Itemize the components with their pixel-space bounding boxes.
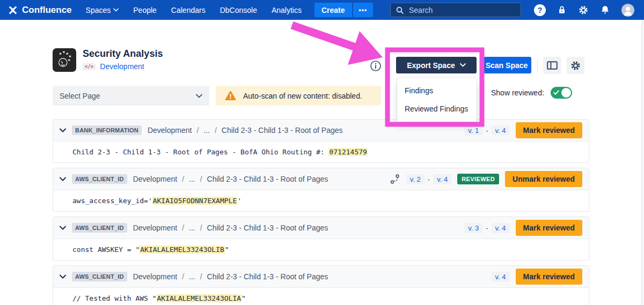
search-input[interactable] [408,5,515,15]
finding-card: AWS_CLIENT_ID Development / ... / Child … [53,265,589,305]
code-pre: Child 2-3 - Child 1-3 - Root of Pages - … [72,148,328,156]
breadcrumb-page[interactable]: Child 2-3 - Child 1-3 - Root of Pages [222,126,343,135]
chevron-down-icon[interactable] [60,177,66,181]
space-breadcrumb: </> Development [83,62,144,71]
show-reviewed-label: Show reviewed: [491,88,544,97]
export-menu-item[interactable]: Findings [397,81,477,100]
check-icon [553,90,559,95]
code-highlight: AKIAIO5FODNN7EXAMPLE [152,197,238,205]
version-links: v. 3-v. 4 [464,223,509,233]
confluence-brand[interactable]: Confluence [8,5,72,16]
review-action-button[interactable]: Mark reviewed [516,122,583,138]
code-post: " [241,294,246,302]
nav-icon-group: ? [534,4,634,17]
select-page-dropdown[interactable]: Select Page [53,86,209,106]
version-link[interactable]: v. 4 [492,125,510,136]
breadcrumb-ellipsis[interactable]: ... [203,126,210,135]
svg-text:*: * [59,52,62,57]
user-avatar[interactable] [621,4,634,17]
autoscan-warning-banner: Auto-scan of new content: disabled. [216,86,381,106]
finding-card: AWS_CLIENT_ID Development / ... / Child … [53,217,589,261]
finding-header: AWS_CLIENT_ID Development / ... / Child … [53,266,589,288]
chevron-down-icon[interactable] [60,128,66,132]
export-space-label: Export Space [407,61,455,70]
finding-snippet: Child 2-3 - Child 1-3 - Root of Pages - … [53,142,589,162]
version-link[interactable]: v. 4 [433,174,451,184]
nav-item-dbconsole[interactable]: DbConsole [220,6,257,14]
version-separator: - [486,127,488,135]
breadcrumb-separator: / [215,126,217,135]
version-separator: - [486,224,488,232]
warning-text: Auto-scan of new content: disabled. [243,92,362,100]
finding-header: AWS_CLIENT_ID Development / ... / Child … [53,168,589,190]
search-box[interactable] [390,3,521,17]
nav-item-people[interactable]: People [133,6,157,14]
breadcrumb-separator: / [182,224,184,232]
version-link[interactable]: v. 2 [406,174,425,184]
breadcrumb-space[interactable]: Development [133,224,178,232]
breadcrumb-space[interactable]: Development [148,126,192,135]
finding-card: AWS_CLIENT_ID Development / ... / Child … [53,168,589,212]
chevron-down-icon [460,63,466,67]
breadcrumb-space[interactable]: Development [133,175,178,183]
layout-panel-button[interactable] [543,57,561,74]
space-avatar[interactable]: ***** [53,48,76,72]
breadcrumb-page[interactable]: Child 2-3 - Child 1-3 - Root of Pages [207,224,328,232]
confluence-logo-icon [8,5,18,15]
breadcrumb-page[interactable]: Child 2-3 - Child 1-3 - Root of Pages [207,272,328,281]
nav-item-spaces[interactable]: Spaces [86,6,119,14]
review-action-button[interactable]: Unmark reviewed [505,171,582,187]
version-separator: - [428,175,430,183]
version-link[interactable]: v. 4 [492,272,510,282]
help-icon[interactable]: ? [534,4,546,16]
finding-snippet: const AWSKEY = "AKIALALEMEL33243OLIB" [53,239,589,260]
breadcrumb-space[interactable]: Development [133,272,178,281]
branch-history-icon[interactable] [390,174,400,184]
lock-icon[interactable] [557,5,567,15]
gear-icon [570,60,581,71]
review-action-button[interactable]: Mark reviewed [516,220,583,236]
export-space-button[interactable]: Export Space [396,57,477,73]
svg-text:*: * [62,50,65,56]
export-menu-item[interactable]: Reviewed Findings [397,100,477,118]
chevron-down-icon[interactable] [60,226,66,230]
nav-item-analytics[interactable]: Analytics [272,6,302,14]
breadcrumb-separator: / [200,175,202,183]
breadcrumb-ellipsis[interactable]: ... [189,224,195,232]
breadcrumb: Development / ... / Child 2-3 - Child 1-… [133,272,328,281]
gear-icon[interactable] [578,5,589,16]
review-action-button[interactable]: Mark reviewed [516,269,583,285]
breadcrumb: Development / ... / Child 2-3 - Child 1-… [133,224,328,232]
version-link[interactable]: v. 1 [464,125,482,136]
breadcrumb-ellipsis[interactable]: ... [189,175,195,183]
code-pre: const AWSKEY = " [72,246,140,254]
page-scrollbar[interactable] [641,20,644,305]
finding-type-badge: AWS_CLIENT_ID [72,223,127,233]
code-highlight: AKIALALEMEL33243OLIB [140,246,225,254]
nav-item-calendars[interactable]: Calendars [171,6,206,14]
breadcrumb-page[interactable]: Child 2-3 - Child 1-3 - Root of Pages [207,175,328,183]
bell-icon[interactable] [600,5,610,15]
findings-list: BANK_INFORMATION Development / ... / Chi… [53,119,589,305]
layout-panel-icon [547,61,558,70]
chevron-down-icon[interactable] [60,274,66,279]
version-link[interactable]: v. 3 [464,223,482,233]
version-link[interactable]: v. 4 [492,223,510,233]
breadcrumb-ellipsis[interactable]: ... [189,272,195,281]
code-type-icon: </> [83,63,96,70]
scan-space-button[interactable]: Scan Space [482,57,531,73]
breadcrumb: Development / ... / Child 2-3 - Child 1-… [148,126,343,135]
finding-card: BANK_INFORMATION Development / ... / Chi… [53,119,589,163]
code-pre: // Tested with AWS " [72,294,157,302]
info-icon[interactable] [370,60,382,72]
show-reviewed-toggle[interactable] [551,87,572,99]
page-title: Security Analysis [83,48,163,59]
search-icon [396,6,404,14]
chevron-down-icon [196,94,202,98]
settings-button[interactable] [567,57,584,74]
nav-more-button[interactable]: ••• [353,3,374,17]
finding-type-badge: AWS_CLIENT_ID [72,272,127,281]
space-link[interactable]: Development [100,62,144,71]
finding-header: BANK_INFORMATION Development / ... / Chi… [53,120,589,142]
create-button[interactable]: Create [314,3,352,17]
